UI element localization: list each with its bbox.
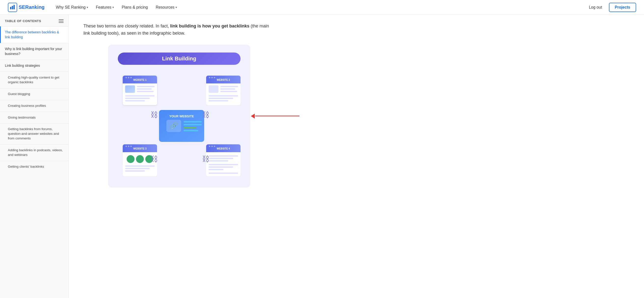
svg-point-51	[130, 77, 132, 78]
toc-link-diff[interactable]: The difference between backlinks & link …	[1, 26, 68, 43]
svg-point-60	[214, 146, 215, 147]
red-arrow	[251, 114, 300, 118]
svg-point-54	[214, 77, 215, 78]
svg-rect-37	[125, 168, 150, 169]
svg-rect-36	[125, 166, 154, 167]
infographic-container: Link Building WEBSITE 1	[84, 45, 275, 188]
chain-link-left-bottom: ⛓	[150, 155, 158, 163]
svg-rect-17	[220, 86, 238, 87]
hamburger-icon[interactable]	[59, 20, 64, 23]
svg-point-52	[209, 77, 210, 78]
toc-item-clients[interactable]: Getting clients' backlinks	[0, 161, 68, 172]
sidebar: TABLE OF CONTENTS The difference between…	[0, 15, 69, 298]
svg-rect-27	[184, 124, 202, 126]
toc-item-podcasts[interactable]: Adding backlinks in podcasts, videos, an…	[0, 144, 68, 161]
toc-item-strategies[interactable]: Link building strategies	[0, 60, 68, 72]
svg-point-56	[128, 146, 129, 147]
toc-link-podcasts[interactable]: Adding backlinks in podcasts, videos, an…	[0, 144, 68, 161]
svg-point-55	[126, 146, 127, 147]
nav-links: Why SE Ranking ▾ Features ▾ Plans & pric…	[52, 3, 586, 12]
projects-button[interactable]: Projects	[609, 3, 636, 12]
toc-header: TABLE OF CONTENTS	[0, 15, 68, 26]
svg-point-53	[211, 77, 213, 78]
svg-rect-22	[208, 100, 228, 102]
nav-item-plans-pricing[interactable]: Plans & pricing	[118, 3, 152, 12]
toc-title: TABLE OF CONTENTS	[5, 19, 41, 23]
nav-item-why-se-ranking[interactable]: Why SE Ranking ▾	[52, 3, 92, 12]
svg-rect-21	[208, 98, 233, 99]
svg-rect-6	[125, 86, 135, 93]
navbar: SERanking Why SE Ranking ▾ Features ▾ Pl…	[0, 0, 644, 15]
website2-label: WEBSITE 2	[217, 78, 230, 81]
svg-rect-45	[208, 164, 238, 165]
svg-rect-38	[125, 170, 145, 172]
infographic: Link Building WEBSITE 1	[108, 45, 250, 188]
svg-rect-42	[208, 156, 238, 156]
svg-rect-46	[208, 166, 233, 168]
svg-rect-29	[184, 130, 198, 131]
toc-item-forums[interactable]: Getting backlinks from forums, question-…	[0, 123, 68, 144]
svg-point-58	[209, 146, 210, 147]
svg-rect-48	[208, 172, 238, 174]
main-layout: TABLE OF CONTENTS The difference between…	[0, 15, 644, 298]
website3-label: WEBSITE 3	[133, 147, 146, 150]
toc-link-forums[interactable]: Getting backlinks from forums, question-…	[0, 124, 68, 144]
svg-point-33	[127, 155, 134, 163]
svg-rect-10	[125, 95, 154, 96]
svg-rect-8	[137, 88, 152, 90]
toc-item-testimonials[interactable]: Giving testimonials	[0, 112, 68, 124]
content-area: These two terms are closely related. In …	[69, 15, 290, 298]
svg-point-59	[211, 146, 213, 147]
svg-point-50	[128, 77, 129, 78]
svg-rect-1	[12, 6, 13, 9]
your-website-card: YOUR WEBSITE 🔗	[159, 110, 204, 142]
toc-item-highquality[interactable]: Creating high-quality content to get org…	[0, 72, 68, 88]
intro-text: These two terms are closely related. In …	[84, 22, 275, 37]
logo-svg	[10, 4, 16, 10]
svg-rect-9	[137, 91, 154, 92]
svg-text:🔗: 🔗	[170, 122, 178, 129]
website1-card: WEBSITE 1	[123, 76, 157, 105]
svg-rect-26	[184, 121, 202, 122]
nav-item-resources[interactable]: Resources ▾	[152, 3, 180, 12]
toc-link-why[interactable]: Why is link building important for your …	[0, 43, 68, 60]
website2-card: WEBSITE 2	[206, 76, 240, 105]
svg-rect-0	[10, 7, 11, 9]
svg-rect-16	[208, 86, 218, 93]
nav-item-features[interactable]: Features ▾	[92, 3, 117, 12]
svg-rect-18	[220, 88, 235, 90]
website4-card: WEBSITE 4	[206, 144, 240, 176]
website1-label: WEBSITE 1	[133, 78, 146, 81]
toc-item-guest[interactable]: Guest blogging	[0, 88, 68, 100]
toc-item-business[interactable]: Creating business profiles	[0, 100, 68, 112]
chevron-down-icon: ▾	[87, 6, 88, 9]
svg-rect-7	[137, 86, 154, 87]
logo-icon	[8, 3, 17, 12]
logo[interactable]: SERanking	[8, 3, 45, 12]
toc-link-business[interactable]: Creating business profiles	[0, 100, 68, 112]
svg-rect-44	[208, 160, 228, 162]
svg-point-34	[136, 155, 144, 163]
your-website-label: YOUR WEBSITE	[169, 114, 194, 118]
chain-link-right-top: ⛓	[202, 111, 209, 119]
toc-link-testimonials[interactable]: Giving testimonials	[0, 112, 68, 124]
toc-link-guest[interactable]: Guest blogging	[0, 88, 68, 100]
svg-point-57	[130, 146, 132, 147]
svg-rect-43	[208, 158, 233, 159]
toc-item-why[interactable]: Why is link building important for your …	[0, 43, 68, 60]
toc-list: The difference between backlinks & link …	[0, 26, 68, 172]
arrow-line	[255, 116, 300, 116]
svg-rect-47	[208, 169, 223, 170]
svg-point-49	[126, 77, 127, 78]
infographic-title: Link Building	[118, 52, 240, 65]
toc-link-strategies[interactable]: Link building strategies	[0, 60, 68, 72]
logout-button[interactable]: Log out	[586, 3, 605, 12]
svg-rect-11	[125, 98, 150, 99]
toc-link-highquality[interactable]: Creating high-quality content to get org…	[0, 72, 68, 88]
nav-right: Log out Projects	[586, 3, 636, 12]
arrow-head	[251, 114, 255, 118]
toc-link-clients[interactable]: Getting clients' backlinks	[0, 161, 68, 172]
chain-link-left-top: ⛓	[150, 111, 158, 119]
svg-rect-2	[14, 5, 15, 9]
toc-item-diff[interactable]: The difference between backlinks & link …	[0, 26, 68, 43]
